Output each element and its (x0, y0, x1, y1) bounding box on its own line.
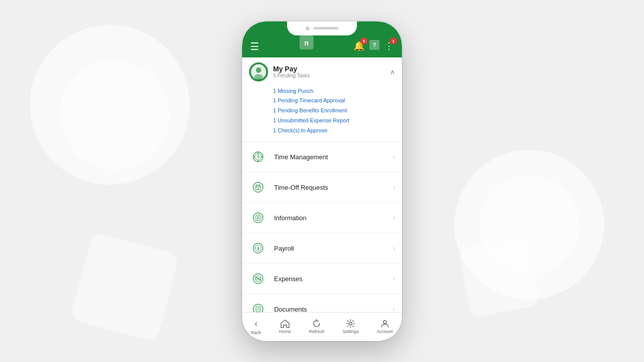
bottom-nav: ‹ Back Home Refresh (242, 312, 402, 341)
nav-account[interactable]: Account (373, 317, 397, 336)
phone-screen: ☰ n 🔔 5 ? ⋮ (242, 21, 402, 341)
back-icon: ‹ (255, 319, 258, 329)
notification-icon-wrap[interactable]: 🔔 5 (353, 40, 364, 51)
svg-point-28 (257, 217, 260, 219)
menu-item-information[interactable]: Information › (242, 203, 402, 233)
hamburger-menu-icon[interactable]: ☰ (250, 40, 259, 52)
task-benefits-enrollment[interactable]: 1 Pending Benefits Enrollment (273, 106, 395, 116)
my-pay-card: siti My Pay 5 Pending Tasks ∧ 1 Missing … (242, 57, 402, 142)
payroll-icon-wrap: $ (249, 239, 267, 257)
svg-line-25 (259, 216, 260, 217)
time-off-chevron-icon: › (393, 184, 395, 191)
phone-shell: ☰ n 🔔 5 ? ⋮ (242, 21, 402, 341)
svg-point-15 (262, 157, 263, 158)
my-pay-header[interactable]: siti My Pay 5 Pending Tasks ∧ (242, 57, 402, 86)
my-pay-tasks: 1 Missing Punch 1 Pending Timecard Appro… (242, 86, 402, 142)
documents-label: Documents (274, 306, 386, 312)
svg-point-14 (254, 157, 255, 158)
time-management-chevron-icon: › (393, 153, 395, 160)
svg-text:$: $ (257, 247, 259, 251)
nav-back[interactable]: ‹ Back (247, 317, 265, 337)
time-off-icon-wrap: $ (249, 178, 267, 196)
information-chevron-icon: › (393, 214, 395, 221)
expenses-chevron-icon: › (393, 275, 395, 282)
help-icon-wrap[interactable]: ? (369, 40, 379, 52)
notch-speaker (314, 27, 338, 29)
svg-point-12 (258, 153, 259, 154)
avatar: siti (249, 62, 268, 81)
my-pay-chevron-icon[interactable]: ∧ (390, 68, 395, 76)
task-timecard-approval[interactable]: 1 Pending Timecard Approval (273, 96, 395, 106)
notch-camera (306, 26, 310, 30)
menu-item-payroll[interactable]: $ Payroll › (242, 233, 402, 264)
nav-account-label: Account (377, 329, 393, 334)
menu-item-documents[interactable]: Documents › (242, 294, 402, 312)
nav-refresh[interactable]: Refresh (305, 317, 329, 336)
app-content[interactable]: siti My Pay 5 Pending Tasks ∧ 1 Missing … (242, 57, 402, 312)
nav-settings[interactable]: Settings (338, 317, 363, 336)
documents-chevron-icon: › (393, 306, 395, 312)
task-missing-punch[interactable]: 1 Missing Punch (273, 86, 395, 96)
svg-line-27 (259, 219, 260, 220)
nav-settings-label: Settings (342, 329, 359, 334)
more-options-icon-wrap[interactable]: ⋮ 1 (384, 40, 394, 51)
account-icon (380, 319, 389, 328)
nav-home-label: Home (279, 329, 291, 334)
documents-icon-wrap (249, 300, 267, 312)
my-pay-left: siti My Pay 5 Pending Tasks (249, 62, 310, 81)
nav-refresh-label: Refresh (309, 329, 325, 334)
menu-item-expenses[interactable]: Expenses › (242, 264, 402, 294)
svg-point-57 (349, 322, 352, 325)
header-icons: 🔔 5 ? ⋮ 1 (353, 40, 394, 52)
svg-line-11 (258, 157, 260, 158)
svg-point-5 (256, 67, 262, 73)
payroll-chevron-icon: › (393, 245, 395, 252)
time-management-label: Time Management (274, 153, 386, 161)
expenses-label: Expenses (274, 275, 386, 283)
svg-text:siti: siti (256, 77, 261, 81)
svg-point-58 (383, 321, 386, 324)
nav-back-label: Back (251, 330, 261, 335)
my-pay-subtitle: 5 Pending Tasks (273, 73, 310, 78)
app-logo: n (300, 35, 314, 52)
home-icon (281, 319, 290, 328)
refresh-icon (312, 319, 321, 328)
time-off-label: Time-Off Requests (274, 184, 386, 191)
svg-line-26 (256, 219, 257, 220)
information-label: Information (274, 214, 386, 222)
time-management-icon-wrap (249, 148, 267, 166)
svg-point-13 (258, 161, 259, 162)
svg-line-24 (256, 216, 257, 217)
nav-home[interactable]: Home (275, 317, 295, 336)
svg-text:?: ? (373, 42, 376, 48)
notification-badge: 5 (360, 37, 367, 44)
svg-text:n: n (304, 39, 309, 47)
settings-icon (346, 319, 355, 328)
expenses-icon-wrap (249, 270, 267, 288)
my-pay-info: My Pay 5 Pending Tasks (273, 65, 310, 78)
task-expense-report[interactable]: 1 Unsubmitted Expense Report (273, 116, 395, 126)
menu-list: Time Management › $ (242, 142, 402, 312)
menu-item-time-management[interactable]: Time Management › (242, 142, 402, 172)
information-icon-wrap (249, 209, 267, 227)
payroll-label: Payroll (274, 245, 386, 252)
more-badge: 1 (390, 37, 397, 44)
my-pay-title: My Pay (273, 65, 310, 73)
phone-notch (287, 21, 357, 35)
menu-item-time-off[interactable]: $ Time-Off Requests › (242, 172, 402, 203)
task-check-approve[interactable]: 1 Check(s) to Approve (273, 126, 395, 136)
